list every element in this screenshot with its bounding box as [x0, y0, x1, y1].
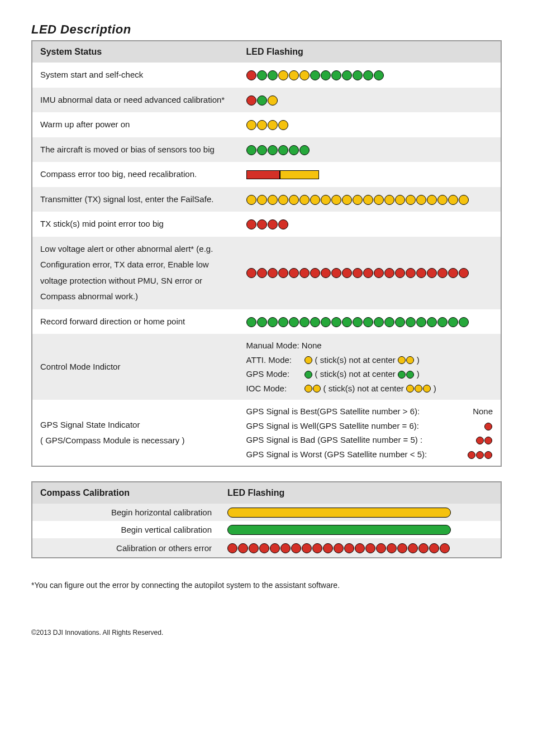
- led-yellow-icon: [299, 195, 310, 205]
- gps-line: GPS Signal is Best(GPS Satellite number …: [246, 404, 493, 419]
- led-green-icon: [278, 317, 288, 327]
- led-yellow-icon: [289, 195, 299, 205]
- led-red-icon: [257, 268, 267, 278]
- led-yellow-icon: [406, 385, 414, 393]
- led-green-icon: [331, 70, 341, 80]
- table-row: Warm up after power on: [32, 112, 501, 137]
- led-red-icon: [384, 268, 394, 278]
- col-header-led-flashing-2: LED Flashing: [220, 482, 501, 504]
- led-yellow-icon: [304, 356, 312, 364]
- row-led: [239, 309, 501, 334]
- gps-line-dots: [459, 447, 493, 462]
- led-green-icon: [257, 145, 267, 155]
- led-red-icon: [246, 70, 256, 80]
- row-led: [220, 521, 501, 538]
- led-green-icon: [384, 317, 394, 327]
- led-yellow-icon: [246, 195, 256, 205]
- table-row: Record forward direction or home point: [32, 309, 501, 334]
- led-red-icon: [363, 268, 373, 278]
- led-red-icon: [429, 543, 439, 553]
- led-green-icon: [374, 317, 384, 327]
- led-yellow-icon: [398, 356, 406, 364]
- led-yellow-icon: [299, 70, 310, 80]
- led-red-icon: [476, 451, 484, 459]
- led-red-icon: [374, 268, 384, 278]
- led-red-icon: [342, 268, 352, 278]
- led-red-icon: [246, 219, 256, 229]
- led-yellow-icon: [268, 95, 278, 106]
- led-red-icon: [408, 543, 418, 553]
- table-row: GPS Signal State Indicator( GPS/Compass …: [32, 400, 501, 466]
- gps-line: GPS Signal is Worst (GPS Satellite numbe…: [246, 447, 493, 462]
- row-label: Control Mode Indictor: [32, 334, 239, 400]
- row-led: [239, 112, 501, 137]
- led-green-icon: [299, 145, 310, 155]
- led-yellow-icon: [257, 195, 267, 205]
- led-red-icon: [395, 268, 405, 278]
- row-led: [239, 187, 501, 212]
- led-yellow-icon: [246, 120, 256, 130]
- led-yellow-icon: [331, 195, 341, 205]
- page-title: LED Description: [31, 22, 502, 37]
- row-led: [239, 162, 501, 187]
- row-label: Calibration or others error: [32, 538, 220, 558]
- mode-label: GPS Mode:: [246, 367, 302, 381]
- led-green-icon: [310, 317, 320, 327]
- led-red-icon: [268, 219, 278, 229]
- led-green-icon: [437, 317, 448, 327]
- led-red-icon: [249, 543, 259, 553]
- gps-line-dots: [459, 419, 493, 433]
- led-green-icon: [427, 317, 437, 327]
- led-yellow-icon: [353, 195, 363, 205]
- led-red-icon: [427, 268, 437, 278]
- col-header-system-status: System Status: [32, 41, 239, 63]
- table-row: TX stick(s) mid point error too big: [32, 212, 501, 237]
- led-yellow-icon: [406, 356, 414, 364]
- led-red-icon: [238, 543, 248, 553]
- led-red-icon: [280, 543, 291, 553]
- led-yellow-icon: [268, 120, 278, 130]
- led-green-icon: [398, 371, 406, 379]
- led-red-icon: [484, 437, 492, 444]
- led-green-icon: [353, 70, 363, 80]
- not-center-text: ( stick(s) not at center: [315, 367, 396, 381]
- row-led: Manual Mode: NoneATTI. Mode: ( stick(s) …: [239, 334, 501, 400]
- led-red-icon: [270, 543, 280, 553]
- gps-line-text: GPS Signal is Best(GPS Satellite number …: [246, 404, 420, 419]
- row-label: TX stick(s) mid point error too big: [32, 212, 239, 237]
- led-green-icon: [331, 317, 341, 327]
- led-yellow-icon: [278, 70, 288, 80]
- led-green-icon: [289, 145, 299, 155]
- led-green-icon: [304, 371, 312, 379]
- led-yellow-icon: [268, 195, 278, 205]
- led-red-icon: [278, 268, 288, 278]
- table-row: Low voltage alert or other abnormal aler…: [32, 237, 501, 309]
- copyright: ©2013 DJI Innovations. All Rights Reserv…: [31, 629, 502, 637]
- led-red-icon: [259, 543, 269, 553]
- led-green-icon: [448, 317, 458, 327]
- led-green-icon: [310, 70, 320, 80]
- mode-atti: ATTI. Mode: ( stick(s) not at center ): [246, 353, 493, 367]
- led-red-icon: [437, 268, 448, 278]
- led-red-icon: [246, 268, 256, 278]
- led-red-icon: [344, 543, 354, 553]
- led-red-icon: [289, 268, 299, 278]
- row-label: System start and self-check: [32, 63, 239, 88]
- led-red-icon: [418, 543, 429, 553]
- gps-line: GPS Signal is Well(GPS Satellite number …: [246, 419, 493, 433]
- led-yellow-icon: [257, 120, 267, 130]
- gps-line-text: GPS Signal is Bad (GPS Satellite number …: [246, 433, 423, 447]
- led-yellow-icon: [416, 195, 426, 205]
- led-green-icon: [257, 70, 267, 80]
- led-yellow-icon: [289, 70, 299, 80]
- led-green-icon: [289, 317, 299, 327]
- table-row: The aircraft is moved or bias of sensors…: [32, 137, 501, 162]
- led-green-icon: [321, 70, 331, 80]
- led-green-icon: [395, 317, 405, 327]
- led-red-icon: [268, 268, 278, 278]
- led-yellow-icon: [415, 385, 422, 393]
- led-yellow-icon: [278, 195, 288, 205]
- mode-ioc: IOC Mode: ( stick(s) not at center ): [246, 381, 493, 396]
- led-yellow-icon: [342, 195, 352, 205]
- led-red-icon: [302, 543, 312, 553]
